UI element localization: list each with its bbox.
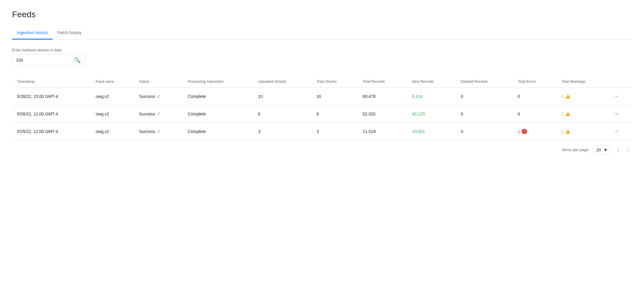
row-navigate-button[interactable]: →	[613, 128, 619, 134]
cell-total-warnings: 1	[556, 123, 608, 140]
search-icon[interactable]: 🔍	[74, 57, 81, 63]
table-header-row: Timestamp Feed name Status Processing In…	[12, 76, 632, 88]
cell-total-shards: 6	[312, 105, 358, 123]
cell-total-errors: 0	[513, 88, 557, 105]
col-action	[608, 76, 632, 88]
cell-total-warnings: 1	[556, 88, 608, 105]
cell-feed-name: owg.v2	[91, 123, 134, 140]
cell-uploaded-shards: 6	[253, 105, 311, 123]
success-check-icon: ✓	[157, 128, 161, 134]
search-box: 🔍	[12, 54, 85, 66]
next-page-button[interactable]: ›	[625, 145, 632, 154]
status-text: Success	[139, 112, 155, 116]
table-body: 5/26/22, 15:00 GMT-4 owg.v2 Success ✓ Co…	[12, 88, 632, 140]
cell-new-records: 8,414	[407, 88, 456, 105]
col-total-shards: Total Shards	[312, 76, 358, 88]
cell-action: →	[608, 105, 632, 123]
table-header: Timestamp Feed name Status Processing In…	[12, 76, 632, 88]
cell-deleted-records: 0	[456, 88, 513, 105]
page-title: Feeds	[12, 10, 632, 19]
cell-uploaded-shards: 10	[253, 88, 311, 105]
table-row: 5/26/22, 15:00 GMT-4 owg.v2 Success ✓ Co…	[12, 88, 632, 105]
col-total-warnings: Total Warnings	[556, 76, 608, 88]
search-section: Enter lookback window in days 🔍	[12, 48, 632, 66]
cell-new-records: 10,451	[407, 123, 456, 140]
cell-status: Success ✓	[134, 105, 183, 123]
cell-total-shards: 3	[312, 123, 358, 140]
row-navigate-button[interactable]: →	[613, 111, 619, 117]
status-text: Success	[139, 94, 155, 99]
table-row: 5/25/22, 12:00 GMT-4 owg.v2 Success ✓ Co…	[12, 123, 632, 140]
pagination: Items per page: 20 ▼ ‹ ›	[12, 140, 632, 159]
cell-deleted-records: 0	[456, 105, 513, 123]
dropdown-arrow-icon: ▼	[604, 147, 608, 152]
warning-triangle-icon	[565, 112, 570, 116]
cell-total-errors: 0	[513, 105, 557, 123]
col-uploaded-shards: Uploaded Shards	[253, 76, 311, 88]
table-row: 5/26/22, 12:00 GMT-4 owg.v2 Success ✓ Co…	[12, 105, 632, 123]
cell-timestamp: 5/26/22, 12:00 GMT-4	[12, 105, 91, 123]
error-circle-icon: !	[522, 129, 527, 134]
cell-new-records: 40,125	[407, 105, 456, 123]
tabs-container: Ingestion history Fetch history	[12, 27, 632, 40]
col-total-errors: Total Errors	[513, 76, 557, 88]
warning-triangle-icon	[565, 129, 570, 134]
page-container: Feeds Ingestion history Fetch history En…	[0, 0, 644, 169]
items-per-page-label: Items per page:	[562, 147, 589, 152]
search-label: Enter lookback window in days	[12, 48, 632, 52]
cell-processing-instruction: Complete	[183, 88, 253, 105]
cell-timestamp: 5/25/22, 12:00 GMT-4	[12, 123, 91, 140]
cell-total-records: 52,032	[358, 105, 407, 123]
cell-total-shards: 10	[312, 88, 358, 105]
cell-feed-name: owg.v2	[91, 105, 134, 123]
cell-total-warnings: 1	[556, 105, 608, 123]
cell-timestamp: 5/26/22, 15:00 GMT-4	[12, 88, 91, 105]
prev-page-button[interactable]: ‹	[615, 145, 622, 154]
cell-status: Success ✓	[134, 88, 183, 105]
col-processing-instruction: Processing Instruction	[183, 76, 253, 88]
items-per-page-select[interactable]: 20 ▼	[593, 145, 611, 154]
tab-ingestion-history[interactable]: Ingestion history	[12, 27, 53, 40]
col-new-records: New Records	[407, 76, 456, 88]
success-check-icon: ✓	[157, 111, 161, 117]
cell-total-records: 60,478	[358, 88, 407, 105]
cell-status: Success ✓	[134, 123, 183, 140]
col-status: Status	[134, 76, 183, 88]
items-per-page-value: 20	[596, 147, 601, 152]
row-navigate-button[interactable]: →	[613, 93, 619, 99]
col-deleted-records: Deleted Records	[456, 76, 513, 88]
col-total-records: Total Records	[358, 76, 407, 88]
cell-total-records: 11,519	[358, 123, 407, 140]
cell-processing-instruction: Complete	[183, 105, 253, 123]
cell-total-errors: 1 !	[513, 123, 557, 140]
ingestion-table: Timestamp Feed name Status Processing In…	[12, 76, 632, 140]
cell-action: →	[608, 88, 632, 105]
success-check-icon: ✓	[157, 93, 161, 99]
cell-deleted-records: 0	[456, 123, 513, 140]
cell-uploaded-shards: 3	[253, 123, 311, 140]
col-feed-name: Feed name	[91, 76, 134, 88]
tab-fetch-history[interactable]: Fetch history	[53, 27, 86, 40]
cell-processing-instruction: Complete	[183, 123, 253, 140]
cell-feed-name: owg.v2	[91, 88, 134, 105]
warning-triangle-icon	[565, 94, 570, 99]
status-text: Success	[139, 129, 155, 134]
col-timestamp: Timestamp	[12, 76, 91, 88]
cell-action: →	[608, 123, 632, 140]
search-input[interactable]	[16, 58, 74, 63]
